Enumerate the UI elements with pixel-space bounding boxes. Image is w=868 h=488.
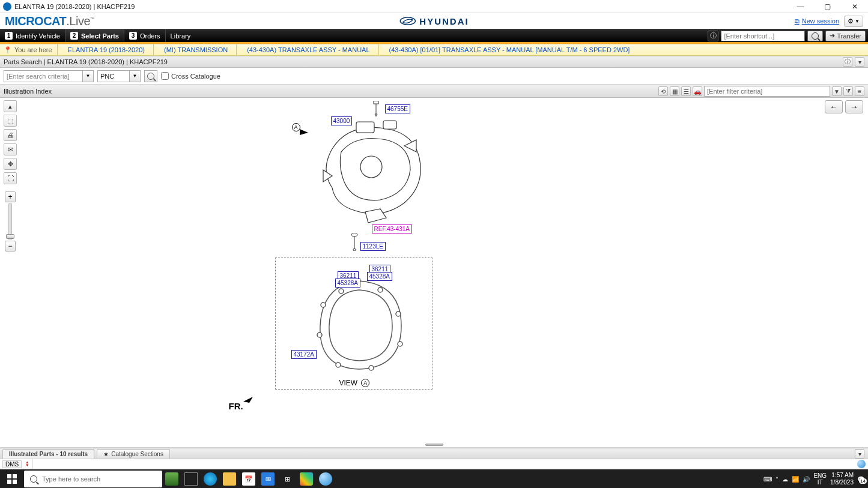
collapse-tool-button[interactable]: ▴ xyxy=(4,100,17,112)
onedrive-icon[interactable]: ☁ xyxy=(782,476,788,483)
breadcrumb-item[interactable]: (43-430A) [01/01] TRANSAXLE ASSY - MANUA… xyxy=(378,44,639,56)
chevron-down-icon[interactable]: ▼ xyxy=(82,71,93,82)
sync-icon[interactable]: ▲▼ xyxy=(25,461,29,467)
callout-ref-43-431A[interactable]: REF.43-431A xyxy=(372,224,412,233)
tab-illustrated-parts[interactable]: Illustrated Parts - 10 results xyxy=(2,449,94,459)
shortcut-go-button[interactable] xyxy=(807,31,823,41)
email-button[interactable]: ✉ xyxy=(4,143,17,155)
breadcrumb-item[interactable]: (43-430A) TRANSAXLE ASSY - MANUAL xyxy=(236,44,378,56)
nav-step-orders[interactable]: 3 Orders xyxy=(124,29,166,42)
callout-43000[interactable]: 43000 xyxy=(331,116,353,125)
dms-label: DMS xyxy=(2,460,22,468)
security-icon[interactable]: ⊞ xyxy=(278,469,297,488)
transfer-icon: ➜ xyxy=(830,32,835,40)
window-maximize-button[interactable]: ▢ xyxy=(814,0,841,13)
taskbar-app-icon[interactable] xyxy=(162,469,181,488)
language-indicator[interactable]: ENGIT xyxy=(813,472,827,486)
search-criteria-combo[interactable]: ▼ xyxy=(4,70,94,82)
refresh-button[interactable]: ⟲ xyxy=(658,86,668,96)
breadcrumb-item[interactable]: ELANTRA 19 (2018-2020) xyxy=(57,44,153,56)
settings-button[interactable]: ⚙ ▼ xyxy=(844,16,863,27)
app-icon[interactable] xyxy=(297,469,316,488)
list-view-button[interactable]: ☰ xyxy=(681,86,691,96)
callout-1123LE[interactable]: 1123LE xyxy=(360,242,386,251)
new-session-link[interactable]: ⧉ New session xyxy=(795,17,839,25)
task-view-button[interactable] xyxy=(181,469,201,488)
next-illustration-button[interactable]: → xyxy=(845,100,863,113)
calendar-icon[interactable]: 📅 xyxy=(239,469,258,488)
volume-icon[interactable]: 🔊 xyxy=(803,476,810,483)
taskbar-search[interactable]: Type here to search xyxy=(24,471,162,487)
windows-taskbar: Type here to search 📅 ✉ ⊞ ⌨ ˄ ☁ 📶 🔊 ENGI… xyxy=(0,469,868,488)
bolt-drawing xyxy=(350,233,359,251)
svg-point-12 xyxy=(398,342,402,346)
move-tool-button[interactable]: ✥ xyxy=(4,158,17,170)
info-button[interactable]: ⓘ xyxy=(708,31,718,41)
fullscreen-button[interactable]: ⛶ xyxy=(4,172,17,184)
cross-catalogue-checkbox[interactable]: Cross Catalogue xyxy=(161,72,220,80)
bolt-drawing xyxy=(371,101,381,116)
callout-45328A[interactable]: 45328A xyxy=(335,279,360,288)
browser-icon[interactable] xyxy=(316,469,335,488)
edge-icon[interactable] xyxy=(201,469,220,488)
notifications-icon[interactable]: 💬14 xyxy=(857,476,864,483)
info-icon-button[interactable]: ⓘ xyxy=(843,57,852,67)
collapse-button[interactable]: ▾ xyxy=(855,57,864,67)
wifi-icon[interactable]: 📶 xyxy=(792,476,799,483)
search-criteria-input[interactable] xyxy=(4,71,82,82)
zoom-in-button[interactable]: + xyxy=(5,191,16,202)
callout-45328A[interactable]: 45328A xyxy=(367,272,392,281)
splitter-handle[interactable] xyxy=(425,444,443,446)
print-button[interactable]: 🖨 xyxy=(4,129,17,141)
mail-icon[interactable]: ✉ xyxy=(258,469,278,488)
filter-dropdown-button[interactable]: ▼ xyxy=(832,86,842,96)
zoom-slider[interactable]: + − xyxy=(4,191,17,252)
callout-43172A[interactable]: 43172A xyxy=(291,350,317,359)
options-button[interactable]: ≡ xyxy=(855,86,864,96)
grid-view-button[interactable]: ▦ xyxy=(670,86,679,96)
keyboard-icon[interactable]: ⌨ xyxy=(763,476,772,483)
taskbar-search-placeholder: Type here to search xyxy=(42,475,100,483)
svg-point-6 xyxy=(351,233,357,236)
pnc-combo[interactable]: ▼ xyxy=(97,70,141,82)
callout-46755E[interactable]: 46755E xyxy=(385,104,410,113)
nav-step-select-parts[interactable]: 2 Select Parts xyxy=(65,29,124,42)
transfer-button[interactable]: ➜Transfer xyxy=(825,31,866,41)
app-logo: MICROCAT.Live™ xyxy=(5,14,94,28)
taskbar-clock[interactable]: 1:57 AM1/8/2023 xyxy=(830,472,854,486)
breadcrumb-item[interactable]: (MI) TRANSMISSION xyxy=(153,44,236,56)
svg-point-0 xyxy=(400,17,415,25)
search-icon xyxy=(147,73,154,80)
svg-rect-17 xyxy=(7,474,11,478)
window-close-button[interactable]: ✕ xyxy=(841,0,868,13)
nav-step-identify-vehicle[interactable]: 1 Identify Vehicle xyxy=(0,29,65,42)
filter-input[interactable] xyxy=(704,86,830,97)
transaxle-drawing xyxy=(314,116,434,224)
shortcut-input[interactable] xyxy=(721,31,805,41)
expand-results-button[interactable]: ▾ xyxy=(855,449,864,459)
tray-chevron-icon[interactable]: ˄ xyxy=(775,476,778,483)
file-explorer-icon[interactable] xyxy=(220,469,239,488)
filter-button[interactable]: ⧩ xyxy=(843,86,853,96)
chevron-down-icon[interactable]: ▼ xyxy=(129,71,140,82)
nav-library[interactable]: Library xyxy=(166,29,196,42)
breadcrumb-label: You are here xyxy=(14,46,52,53)
globe-icon[interactable] xyxy=(857,460,866,468)
svg-point-13 xyxy=(369,366,374,370)
tab-catalogue-sections[interactable]: ★Catalogue Sections xyxy=(97,449,170,459)
svg-rect-20 xyxy=(13,480,17,484)
prev-illustration-button[interactable]: ← xyxy=(825,100,843,113)
front-direction-label: FR. xyxy=(229,401,243,411)
zoom-thumb[interactable] xyxy=(6,234,14,239)
window-minimize-button[interactable]: — xyxy=(787,0,814,13)
zoom-track[interactable] xyxy=(8,203,12,239)
zoom-out-button[interactable]: − xyxy=(5,241,16,252)
window-titlebar: ELANTRA 19 (2018-2020) | KHACPF219 — ▢ ✕ xyxy=(0,0,868,13)
illustration-canvas[interactable]: ▴ ⬚ 🖨 ✉ ✥ ⛶ + − ← → xyxy=(0,98,868,448)
pnc-input[interactable] xyxy=(98,71,129,82)
search-button[interactable] xyxy=(144,70,157,82)
vehicle-view-button[interactable]: 🚗 xyxy=(693,86,702,96)
select-tool-button[interactable]: ⬚ xyxy=(4,115,17,127)
parts-diagram: A 46755E 43000 REF.43-431A 1123LE 36211 … xyxy=(158,98,711,446)
start-button[interactable] xyxy=(0,469,24,488)
